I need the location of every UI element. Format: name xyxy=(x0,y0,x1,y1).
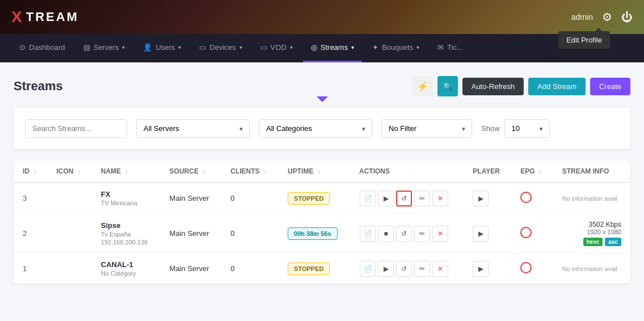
action-file-button[interactable]: 📄 xyxy=(360,261,376,277)
stream-source-ip: 192.168.200.136 xyxy=(101,239,151,246)
action-play-button[interactable]: ▶ xyxy=(378,191,394,206)
action-edit-button[interactable]: ✏ xyxy=(414,261,430,277)
chevron-down-icon: ▾ xyxy=(351,44,354,50)
player-play-button[interactable]: ▶ xyxy=(473,226,489,242)
table-row: 1 CANAL-1 No Category Main Server 0 STOP… xyxy=(14,254,630,284)
row-clients-cell: 0 xyxy=(221,183,279,214)
row-id: 3 xyxy=(14,183,47,214)
nav: ⊙ Dashboard ▤ Servers ▾ 👤 Users ▾ ▭ Devi… xyxy=(0,34,644,62)
row-icon-cell xyxy=(47,183,91,214)
streams-dropdown-indicator xyxy=(317,96,328,102)
action-edit-button[interactable]: ✏ xyxy=(414,226,430,242)
page-title: Streams xyxy=(14,79,63,94)
sidebar-item-dashboard[interactable]: ⊙ Dashboard xyxy=(11,34,73,62)
row-source-cell: Main Server xyxy=(161,214,222,254)
sidebar-item-streams[interactable]: ◎ Streams ▾ xyxy=(303,34,362,62)
row-stream-info-cell: No information avail xyxy=(553,254,630,284)
row-player-cell: ▶ xyxy=(464,183,511,214)
stream-source: Main Server xyxy=(170,194,213,202)
stream-resolution: 1920 x 1080 xyxy=(562,229,621,235)
actions-group: 📄 ▶ ↺ ✏ ✕ xyxy=(359,261,454,277)
action-delete-button[interactable]: ✕ xyxy=(432,261,448,277)
sidebar-item-devices[interactable]: ▭ Devices ▾ xyxy=(191,34,250,62)
row-actions-cell: 📄 ■ ↺ ✏ ✕ xyxy=(350,214,464,254)
row-name-cell: FX TV Mexicana xyxy=(92,183,161,214)
sidebar-item-bouquets[interactable]: ✦ Bouquets ▾ xyxy=(364,34,427,62)
player-play-button[interactable]: ▶ xyxy=(473,191,489,206)
row-name-cell: CANAL-1 No Category xyxy=(92,254,161,284)
row-epg-cell xyxy=(511,183,553,214)
show-count-select[interactable]: 10 xyxy=(504,119,550,138)
row-id: 1 xyxy=(14,254,47,284)
dashboard-icon: ⊙ xyxy=(19,43,26,52)
col-epg: EPG ↕ xyxy=(511,160,553,183)
col-actions: ACTIONS xyxy=(350,160,464,183)
player-play-button[interactable]: ▶ xyxy=(473,261,489,277)
auto-refresh-button[interactable]: Auto-Refresh xyxy=(462,78,524,95)
uptime-badge-stopped: STOPPED xyxy=(288,263,330,275)
action-play-button[interactable]: ▶ xyxy=(378,261,394,277)
row-actions-cell: 📄 ▶ ↺ ✏ ✕ xyxy=(350,183,464,214)
search-input[interactable] xyxy=(25,119,127,138)
row-player-cell: ▶ xyxy=(464,214,511,254)
action-delete-button[interactable]: ✕ xyxy=(432,191,448,206)
epg-status-circle xyxy=(520,227,532,238)
actions-group: 📄 ▶ ↺ ✏ ✕ xyxy=(359,191,454,206)
stream-kbps: 3502 Kbps xyxy=(562,221,621,229)
action-file-button[interactable]: 📄 xyxy=(360,226,376,242)
add-stream-button[interactable]: Add Stream xyxy=(528,78,586,95)
nav-label-streams: Streams xyxy=(321,43,348,52)
row-epg-cell xyxy=(511,254,553,284)
action-restart-button[interactable]: ↺ xyxy=(396,261,412,277)
action-stop-button[interactable]: ■ xyxy=(378,226,394,242)
action-delete-button[interactable]: ✕ xyxy=(432,226,448,242)
col-id: ID ↕ xyxy=(14,160,47,183)
table-body: 3 FX TV Mexicana Main Server 0 STOPPED xyxy=(14,183,630,284)
codec-video-badge: hevc xyxy=(583,238,603,246)
settings-icon[interactable]: ⚙ xyxy=(602,10,612,24)
col-icon: ICON ↕ xyxy=(47,160,91,183)
action-restart-button[interactable]: ↺ xyxy=(396,226,412,242)
row-uptime-cell: STOPPED xyxy=(279,254,350,284)
nav-wrapper: ⊙ Dashboard ▤ Servers ▾ 👤 Users ▾ ▭ Devi… xyxy=(0,34,644,62)
uptime-badge-running: 00h 38m 56s xyxy=(288,227,337,240)
nav-label-dashboard: Dashboard xyxy=(29,43,65,52)
action-file-button[interactable]: 📄 xyxy=(360,191,376,206)
sidebar-item-users[interactable]: 👤 Users ▾ xyxy=(135,34,189,62)
logo-x: X xyxy=(11,8,24,26)
show-select-group: Show 10 xyxy=(481,119,550,138)
servers-select-wrapper: All Servers xyxy=(136,119,250,138)
edit-profile-tooltip: Edit Profile xyxy=(558,31,610,49)
users-icon: 👤 xyxy=(143,43,152,52)
filter-button[interactable]: ⚡ xyxy=(413,76,433,96)
sidebar-item-vod[interactable]: ▭ VOD ▾ xyxy=(252,34,301,62)
create-button[interactable]: Create xyxy=(590,78,630,95)
chevron-down-icon: ▾ xyxy=(416,44,419,50)
action-restart-button[interactable]: ↺ xyxy=(396,191,412,206)
epg-status-circle xyxy=(520,262,532,273)
sidebar-item-tickets[interactable]: ✉ Tic... xyxy=(430,34,471,62)
categories-select[interactable]: All Categories xyxy=(259,119,372,138)
search-button[interactable]: 🔍 xyxy=(437,76,458,96)
power-icon[interactable]: ⏻ xyxy=(621,11,633,24)
row-icon-cell xyxy=(47,254,91,284)
filter-select[interactable]: No Filter xyxy=(381,119,472,138)
stream-codec-badges: hevc aac xyxy=(562,238,621,246)
chevron-down-icon: ▾ xyxy=(290,44,293,50)
filter-select-wrapper: No Filter xyxy=(381,119,472,138)
nav-label-tickets: Tic... xyxy=(447,43,463,52)
action-edit-button[interactable]: ✏ xyxy=(414,191,430,206)
row-epg-cell xyxy=(511,214,553,254)
nav-label-bouquets: Bouquets xyxy=(382,43,413,52)
sidebar-item-servers[interactable]: ▤ Servers ▾ xyxy=(75,34,133,62)
stream-name: Sipse xyxy=(101,221,151,230)
chevron-down-icon: ▾ xyxy=(178,44,181,50)
logo: X TREAM xyxy=(11,8,79,26)
servers-select[interactable]: All Servers xyxy=(136,119,250,138)
streams-icon: ◎ xyxy=(311,43,317,52)
page-actions: ⚡ 🔍 Auto-Refresh Add Stream Create xyxy=(413,76,630,96)
uptime-badge-stopped: STOPPED xyxy=(288,192,330,205)
streams-table: ID ↕ ICON ↕ NAME ↕ SOURCE ↕ CLIENTS ↕ UP… xyxy=(14,160,630,284)
epg-status-circle xyxy=(520,192,532,203)
chevron-down-icon: ▾ xyxy=(239,44,242,50)
